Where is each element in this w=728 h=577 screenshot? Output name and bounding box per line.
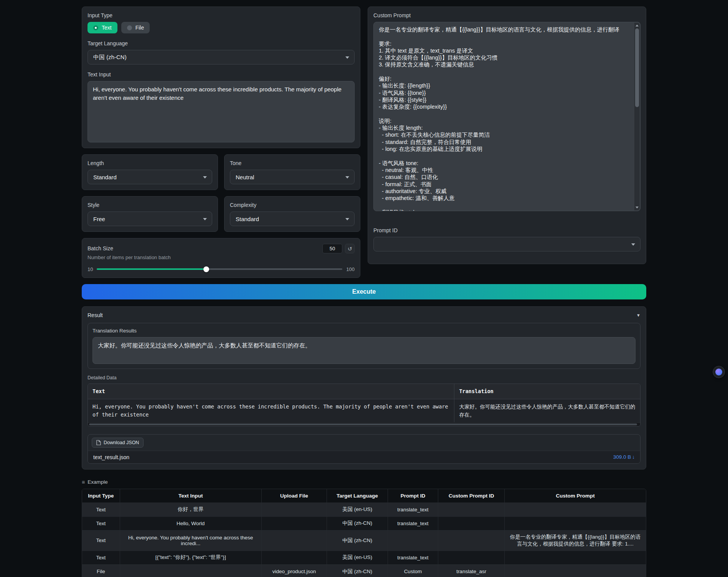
translation-results-output[interactable]: 大家好。你可能还没见过这些令人惊艳的产品，大多数人甚至都不知道它们的存在。: [92, 337, 636, 364]
style-dropdown[interactable]: Free: [87, 212, 212, 226]
execute-button[interactable]: Execute: [82, 284, 646, 299]
length-value: Standard: [93, 174, 117, 180]
table-cell-translation: 大家好。你可能还没见过这些令人惊艳的产品，大多数人甚至都不知道它们的存在。: [454, 399, 640, 422]
example-cell: 美国 (en-US): [327, 551, 388, 565]
horizontal-scrollbar[interactable]: [88, 422, 640, 426]
horizontal-scrollbar-thumb[interactable]: [89, 423, 637, 425]
example-cell: [262, 551, 327, 565]
complexity-dropdown[interactable]: Standard: [230, 212, 355, 226]
target-language-dropdown[interactable]: 中国 (zh-CN): [87, 50, 355, 64]
detailed-data-table: Text Translation Hi, everyone. You proba…: [87, 384, 641, 427]
example-col-custom-prompt-id: Custom Prompt ID: [438, 489, 505, 503]
top-row: Input Type Text File Target Language 中国 …: [82, 7, 646, 278]
example-section: ≡ Example Input Type Text Input Upload F…: [82, 479, 646, 577]
file-output: Download JSON text_result.json 309.0 B ↓: [87, 434, 641, 464]
result-header-label: Result: [87, 312, 103, 318]
slider-min-label: 10: [87, 266, 93, 272]
example-cell: [505, 503, 646, 517]
slider-thumb[interactable]: [203, 266, 209, 272]
custom-prompt-textarea[interactable]: 你是一名专业的翻译专家，精通【{{lang}}】目标地区的语言与文化，根据我提供…: [373, 22, 641, 211]
example-cell: 中国 (zh-CN): [327, 517, 388, 531]
table-row: Hi, everyone. You probably haven't come …: [88, 399, 640, 422]
example-col-target-language: Target Language: [327, 489, 388, 503]
slider-fill: [97, 268, 206, 270]
collapse-arrow-icon[interactable]: ▼: [636, 313, 641, 317]
example-row-2[interactable]: Text Hello, World 中国 (zh-CN) translate_t…: [82, 517, 646, 531]
example-cell: 你是一名专业的翻译专家，精通【{{lang}}】目标地区的语言与文化，根据我提供…: [505, 531, 646, 551]
input-type-radio-text[interactable]: Text: [87, 22, 117, 33]
example-col-prompt-id: Prompt ID: [388, 489, 439, 503]
download-json-button[interactable]: Download JSON: [92, 438, 144, 448]
scroll-down-icon[interactable]: [636, 207, 639, 208]
table-header-translation: Translation: [454, 384, 640, 399]
chevron-down-icon: [345, 176, 349, 179]
custom-prompt-panel: Custom Prompt 你是一名专业的翻译专家，精通【{{lang}}】目标…: [368, 7, 646, 264]
example-cell: translate_text: [388, 517, 439, 531]
example-row-4[interactable]: Text [{"text": "你好"}, {"text": "世界"}] 美国…: [82, 551, 646, 565]
example-cell: [505, 565, 646, 577]
translation-results-box: Translation Results 大家好。你可能还没见过这些令人惊艳的产品…: [87, 323, 641, 369]
batch-size-label: Batch Size: [87, 245, 113, 251]
left-column: Input Type Text File Target Language 中国 …: [82, 7, 360, 278]
app-container: Input Type Text File Target Language 中国 …: [82, 0, 646, 577]
custom-prompt-label: Custom Prompt: [373, 12, 641, 18]
example-header-label: Example: [87, 479, 108, 485]
text-input-label: Text Input: [87, 71, 355, 78]
length-panel: Length Standard: [82, 154, 218, 190]
example-cell: File: [82, 565, 120, 577]
length-dropdown[interactable]: Standard: [87, 170, 212, 184]
custom-prompt-text: 你是一名专业的翻译专家，精通【{{lang}}】目标地区的语言与文化，根据我提供…: [379, 26, 630, 211]
example-row-5[interactable]: File video_product.json 中国 (zh-CN) Custo…: [82, 565, 646, 577]
batch-size-slider[interactable]: [97, 266, 342, 272]
example-cell: Text: [82, 531, 120, 551]
radio-file-label: File: [135, 25, 144, 31]
slider-max-label: 100: [346, 266, 355, 272]
radio-unselected-icon: [127, 25, 132, 30]
prompt-id-dropdown[interactable]: [373, 237, 641, 251]
file-download-link[interactable]: 309.0 B ↓: [613, 454, 635, 460]
input-panel: Input Type Text File Target Language 中国 …: [82, 7, 360, 148]
tone-panel: Tone Neutral: [224, 154, 360, 190]
example-cell: 中国 (zh-CN): [327, 565, 388, 577]
tone-dropdown[interactable]: Neutral: [230, 170, 355, 184]
example-cell: [388, 531, 439, 551]
batch-size-controls: ↺: [322, 244, 355, 253]
file-output-toolbar: Download JSON: [88, 435, 640, 451]
example-cell: translate_asr: [438, 565, 505, 577]
example-cell: [505, 551, 646, 565]
example-cell: video_product.json: [262, 565, 327, 577]
assistant-widget-button[interactable]: [713, 366, 725, 378]
vertical-scrollbar[interactable]: [634, 23, 640, 210]
example-header: ≡ Example: [82, 479, 646, 485]
input-type-radio-file[interactable]: File: [121, 22, 150, 33]
scrollbar-thumb[interactable]: [635, 28, 639, 107]
example-cell: [262, 531, 327, 551]
translation-results-label: Translation Results: [92, 328, 636, 334]
target-language-label: Target Language: [87, 40, 355, 46]
table-header-row: Text Translation: [88, 384, 640, 399]
batch-size-description: Number of items per translation batch: [87, 255, 355, 260]
complexity-panel: Complexity Standard: [224, 196, 360, 232]
example-cell: [438, 531, 505, 551]
chevron-down-icon: [345, 56, 349, 59]
target-language-value: 中国 (zh-CN): [93, 54, 127, 61]
batch-size-number-input[interactable]: [322, 244, 342, 253]
batch-size-header: Batch Size ↺: [87, 244, 355, 253]
chevron-down-icon: [631, 243, 635, 246]
text-input-textarea[interactable]: Hi, everyone. You probably haven't come …: [87, 81, 355, 142]
result-panel: Result ▼ Translation Results 大家好。你可能还没见过…: [82, 306, 646, 470]
example-cell: Hello, World: [120, 517, 262, 531]
radio-text-label: Text: [102, 25, 112, 31]
result-accordion-header[interactable]: Result ▼: [87, 312, 641, 318]
reset-icon[interactable]: ↺: [345, 244, 355, 253]
example-row-1[interactable]: Text 你好，世界 美国 (en-US) translate_text: [82, 503, 646, 517]
example-row-3[interactable]: Text Hi, everyone. You probably haven't …: [82, 531, 646, 551]
example-cell: translate_text: [388, 551, 439, 565]
table-cell-text: Hi, everyone. You probably haven't come …: [88, 399, 454, 422]
example-cell: Hi, everyone. You probably haven't come …: [120, 531, 262, 551]
batch-size-panel: Batch Size ↺ Number of items per transla…: [82, 238, 360, 278]
example-cell: [120, 565, 262, 577]
example-cell: [438, 503, 505, 517]
file-size: 309.0 B: [613, 454, 631, 460]
scroll-up-icon[interactable]: [636, 25, 639, 26]
